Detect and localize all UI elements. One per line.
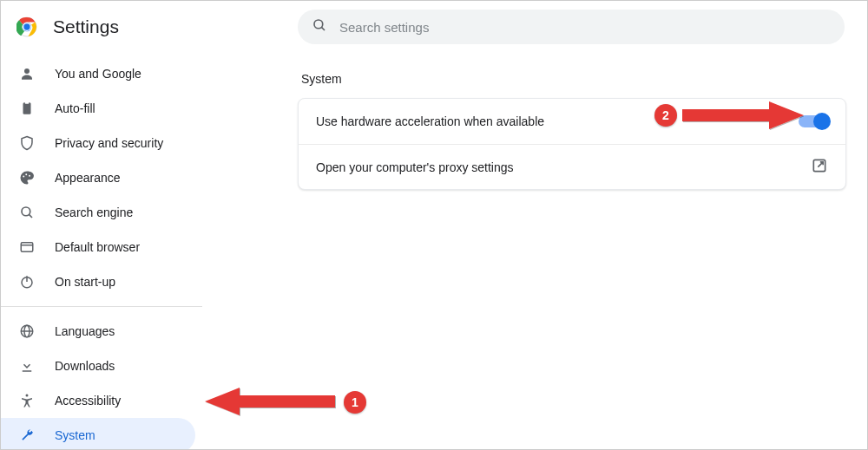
sidebar-item-label: Appearance	[55, 171, 121, 185]
accessibility-icon	[18, 392, 36, 409]
sidebar-item-label: Search engine	[55, 205, 133, 219]
clipboard-icon	[18, 100, 36, 117]
svg-point-8	[23, 176, 24, 178]
sidebar-divider	[1, 306, 202, 307]
svg-rect-6	[23, 102, 31, 114]
section-title: System	[301, 72, 846, 86]
sidebar: You and Google Auto-fill Privacy and sec…	[1, 53, 202, 449]
sidebar-item-label: You and Google	[55, 67, 141, 81]
sidebar-item-you-and-google[interactable]: You and Google	[1, 56, 195, 91]
sidebar-item-languages[interactable]: Languages	[1, 314, 195, 349]
sidebar-item-label: Accessibility	[55, 394, 121, 408]
svg-rect-13	[21, 243, 33, 252]
row-label: Open your computer's proxy settings	[316, 160, 514, 174]
sidebar-item-label: Downloads	[55, 359, 115, 373]
toggle-hardware-acceleration[interactable]	[799, 115, 828, 127]
chrome-logo-icon	[15, 15, 39, 39]
search-input[interactable]	[339, 20, 831, 35]
search-box[interactable]	[298, 10, 845, 44]
svg-point-3	[314, 20, 323, 29]
row-label: Use hardware acceleration when available	[316, 114, 544, 128]
palette-icon	[18, 169, 36, 186]
svg-point-10	[29, 175, 30, 177]
search-icon	[312, 17, 327, 36]
search-icon	[18, 204, 36, 221]
row-hardware-acceleration[interactable]: Use hardware acceleration when available	[299, 99, 845, 144]
sidebar-item-downloads[interactable]: Downloads	[1, 349, 195, 383]
sidebar-item-default-browser[interactable]: Default browser	[1, 230, 195, 264]
sidebar-item-system[interactable]: System	[1, 418, 195, 450]
shield-icon	[18, 134, 36, 152]
sidebar-item-accessibility[interactable]: Accessibility	[1, 383, 195, 418]
power-icon	[18, 273, 36, 290]
header-left: Settings	[15, 15, 298, 39]
download-icon	[18, 357, 36, 375]
globe-icon	[18, 323, 36, 340]
sidebar-item-label: Auto-fill	[55, 101, 95, 115]
svg-line-12	[29, 214, 32, 218]
sidebar-item-label: Languages	[55, 324, 115, 338]
wrench-icon	[18, 427, 36, 444]
svg-point-5	[24, 68, 30, 74]
sidebar-item-label: On start-up	[55, 275, 115, 289]
settings-card: Use hardware acceleration when available…	[298, 98, 846, 190]
sidebar-item-privacy[interactable]: Privacy and security	[1, 126, 195, 160]
browser-icon	[18, 238, 36, 256]
person-icon	[18, 65, 36, 82]
svg-point-9	[25, 173, 27, 175]
sidebar-item-label: Privacy and security	[55, 136, 163, 150]
svg-point-2	[23, 23, 31, 31]
header: Settings	[1, 1, 867, 53]
svg-point-20	[26, 395, 29, 397]
row-proxy-settings[interactable]: Open your computer's proxy settings	[299, 144, 845, 189]
sidebar-item-label: Default browser	[55, 240, 140, 254]
sidebar-item-search-engine[interactable]: Search engine	[1, 195, 195, 230]
sidebar-item-appearance[interactable]: Appearance	[1, 160, 195, 195]
main-content: System Use hardware acceleration when av…	[202, 53, 867, 449]
sidebar-item-label: System	[55, 428, 95, 442]
external-link-icon[interactable]	[811, 157, 828, 177]
svg-point-11	[22, 207, 30, 216]
svg-line-4	[321, 27, 325, 30]
sidebar-item-startup[interactable]: On start-up	[1, 264, 195, 299]
sidebar-item-autofill[interactable]: Auto-fill	[1, 91, 195, 126]
page-title: Settings	[53, 16, 119, 37]
svg-rect-7	[25, 101, 30, 104]
